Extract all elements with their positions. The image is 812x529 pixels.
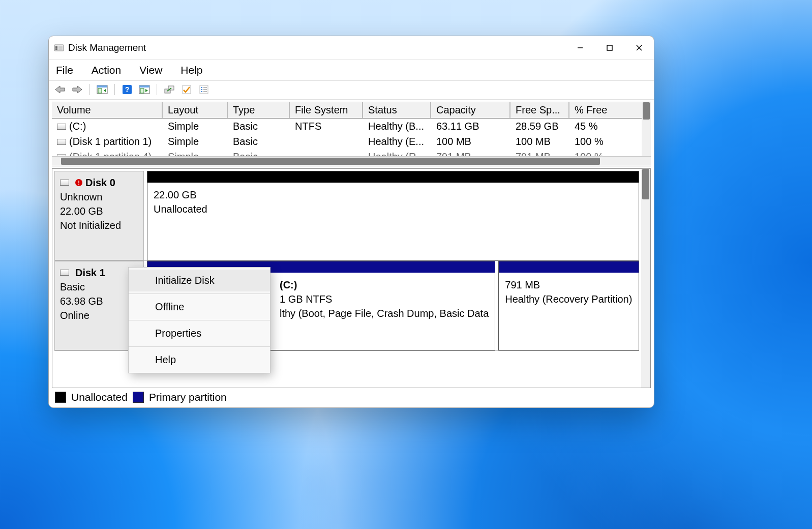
disk1-type: Basic bbox=[60, 280, 138, 294]
connect-button[interactable] bbox=[162, 83, 176, 96]
volume-pct-free: 45 % bbox=[569, 121, 620, 132]
back-button[interactable] bbox=[53, 83, 67, 96]
forward-button[interactable] bbox=[70, 83, 84, 96]
volume-list-horizontal-scrollbar[interactable] bbox=[52, 156, 651, 166]
volume-row[interactable]: (Disk 1 partition 1) Simple Basic Health… bbox=[52, 134, 651, 149]
minimize-button[interactable] bbox=[565, 36, 595, 60]
svg-marker-9 bbox=[55, 86, 65, 93]
context-menu-offline[interactable]: Offline bbox=[129, 296, 270, 318]
volume-row[interactable]: (C:) Simple Basic NTFS Healthy (B... 63.… bbox=[52, 119, 651, 134]
volume-row[interactable]: (Disk 1 partition 4) Simple Basic Health… bbox=[52, 149, 651, 156]
volume-status: Healthy (R... bbox=[363, 151, 431, 157]
volume-list-header: Volume Layout Type File System Status Ca… bbox=[52, 102, 651, 119]
unallocated-label: Unallocated bbox=[154, 202, 633, 216]
svg-rect-2 bbox=[55, 48, 57, 50]
svg-rect-4 bbox=[58, 48, 63, 50]
column-capacity[interactable]: Capacity bbox=[431, 102, 510, 118]
show-hide-tree-button[interactable] bbox=[95, 83, 109, 96]
disk-icon bbox=[60, 270, 69, 276]
column-status[interactable]: Status bbox=[363, 102, 431, 118]
svg-rect-27 bbox=[201, 89, 202, 90]
window-title: Disk Management bbox=[68, 42, 146, 53]
toolbar-separator bbox=[89, 84, 90, 95]
maximize-button[interactable] bbox=[595, 36, 624, 60]
drive-icon bbox=[57, 139, 66, 145]
column-free-space[interactable]: Free Sp... bbox=[510, 102, 569, 118]
volume-layout: Simple bbox=[163, 151, 228, 157]
app-icon bbox=[54, 43, 64, 53]
volume-capacity: 100 MB bbox=[431, 136, 510, 148]
volume-name: (C:) bbox=[69, 121, 86, 132]
help-button[interactable]: ? bbox=[120, 83, 134, 96]
svg-rect-29 bbox=[203, 87, 207, 88]
volume-list-body: (C:) Simple Basic NTFS Healthy (B... 63.… bbox=[52, 119, 651, 156]
toolbar: ? bbox=[49, 81, 654, 100]
volume-free: 28.59 GB bbox=[510, 121, 569, 132]
menu-action[interactable]: Action bbox=[89, 63, 123, 77]
context-menu-help[interactable]: Help bbox=[129, 349, 270, 371]
legend-label-unallocated: Unallocated bbox=[71, 391, 128, 403]
volume-layout: Simple bbox=[163, 136, 228, 148]
svg-rect-24 bbox=[183, 85, 191, 94]
disk-pane-vertical-scrollbar[interactable] bbox=[641, 169, 650, 388]
column-file-system[interactable]: File System bbox=[290, 102, 363, 118]
desktop-background: Disk Management File Action View Help bbox=[0, 0, 812, 529]
volume-status: Healthy (E... bbox=[363, 136, 431, 148]
options-button[interactable] bbox=[179, 83, 194, 96]
volume-free: 791 MB bbox=[510, 151, 569, 157]
menu-view[interactable]: View bbox=[137, 63, 164, 77]
context-menu-properties[interactable]: Properties bbox=[129, 322, 270, 344]
context-menu-initialize-disk[interactable]: Initialize Disk bbox=[129, 270, 270, 291]
disk1-state: Online bbox=[60, 308, 138, 322]
menu-help[interactable]: Help bbox=[178, 63, 204, 77]
context-menu-separator bbox=[129, 346, 270, 347]
disk0-size: 22.00 GB bbox=[60, 204, 138, 218]
toolbar-separator bbox=[114, 84, 115, 95]
volume-type: Basic bbox=[228, 151, 290, 157]
alert-icon: ! bbox=[75, 179, 82, 186]
titlebar[interactable]: Disk Management bbox=[49, 36, 654, 60]
partition-header-primary bbox=[499, 261, 639, 273]
svg-rect-26 bbox=[201, 87, 202, 88]
toolbar-separator bbox=[157, 84, 157, 95]
disk0-row[interactable]: ! Disk 0 Unknown 22.00 GB Not Initialize… bbox=[54, 171, 639, 261]
column-volume[interactable]: Volume bbox=[52, 102, 163, 118]
svg-rect-30 bbox=[203, 89, 207, 90]
disk0-side-panel[interactable]: ! Disk 0 Unknown 22.00 GB Not Initialize… bbox=[54, 171, 144, 260]
column-pct-free[interactable]: % Free bbox=[569, 102, 620, 118]
disk1-size: 63.98 GB bbox=[60, 294, 138, 308]
disk0-unallocated-region[interactable]: 22.00 GB Unallocated bbox=[147, 171, 639, 260]
svg-rect-6 bbox=[607, 45, 612, 50]
column-layout[interactable]: Layout bbox=[163, 102, 228, 118]
drive-icon bbox=[57, 124, 66, 130]
svg-rect-18 bbox=[139, 85, 149, 87]
legend-swatch-unallocated bbox=[55, 392, 66, 403]
legend: Unallocated Primary partition bbox=[52, 390, 651, 404]
context-menu-separator bbox=[129, 320, 270, 320]
volume-layout: Simple bbox=[163, 121, 228, 132]
volume-fs: NTFS bbox=[290, 121, 363, 132]
close-button[interactable] bbox=[624, 36, 654, 60]
refresh-button[interactable] bbox=[137, 83, 152, 96]
svg-rect-28 bbox=[201, 91, 202, 92]
unallocated-size: 22.00 GB bbox=[154, 188, 633, 202]
svg-text:?: ? bbox=[125, 85, 130, 94]
volume-pct-free: 100 % bbox=[569, 136, 620, 148]
volume-status: Healthy (B... bbox=[363, 121, 431, 132]
list-view-button[interactable] bbox=[197, 83, 211, 96]
menu-file[interactable]: File bbox=[54, 63, 75, 77]
column-type[interactable]: Type bbox=[228, 102, 290, 118]
volume-name: (Disk 1 partition 1) bbox=[69, 136, 152, 147]
svg-marker-14 bbox=[104, 89, 106, 92]
volume-list: Volume Layout Type File System Status Ca… bbox=[52, 102, 651, 166]
svg-rect-3 bbox=[58, 46, 63, 48]
partition-header-unallocated bbox=[147, 171, 639, 183]
svg-rect-31 bbox=[203, 91, 207, 92]
disk1-partition-recovery[interactable]: 791 MB Healthy (Recovery Partition) bbox=[498, 261, 639, 350]
svg-rect-1 bbox=[55, 46, 57, 48]
disk0-context-menu: Initialize Disk Offline Properties Help bbox=[128, 267, 270, 373]
menubar: File Action View Help bbox=[49, 60, 654, 81]
legend-label-primary: Primary partition bbox=[149, 391, 227, 403]
partition-status: Healthy (Recovery Partition) bbox=[505, 292, 633, 306]
disk0-type: Unknown bbox=[60, 190, 138, 204]
